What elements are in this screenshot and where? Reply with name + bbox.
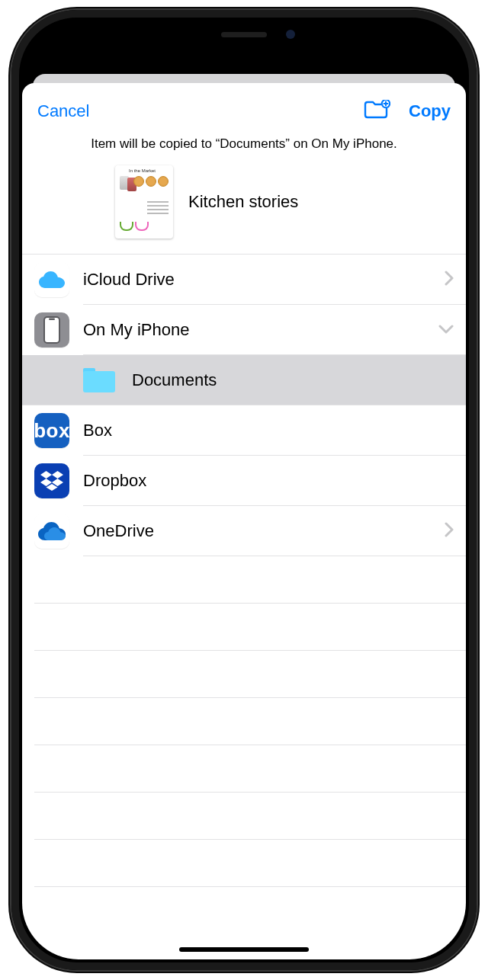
home-indicator[interactable] [179,947,309,952]
sheet-navbar: Cancel Copy [22,83,466,132]
empty-row [22,604,466,651]
iphone-icon [34,312,69,347]
icloud-icon [34,262,69,297]
onedrive-icon [34,514,69,549]
svg-rect-9 [44,317,59,343]
location-label: iCloud Drive [83,270,175,290]
device-frame: 9:41 Cancel [11,10,477,970]
chevron-right-icon [445,522,454,540]
destination-subtitle: Item will be copied to “Documents” on On… [22,132,466,159]
svg-rect-6 [439,40,441,44]
svg-rect-5 [421,39,437,46]
location-label: Dropbox [83,471,146,491]
item-thumbnail: In the Market [115,165,173,239]
svg-rect-0 [373,43,376,47]
status-time: 9:41 [47,34,77,51]
svg-rect-2 [382,39,385,47]
location-icloud-drive[interactable]: iCloud Drive [22,255,466,305]
dropbox-icon [34,463,69,498]
location-label: On My iPhone [83,320,189,340]
location-on-my-iphone[interactable]: On My iPhone [22,305,466,355]
svg-rect-10 [49,319,55,321]
location-onedrive[interactable]: OneDrive [22,506,466,556]
cellular-icon [373,37,390,47]
notch [149,21,339,48]
empty-row [22,651,466,698]
empty-row [22,745,466,793]
location-label: Documents [132,370,217,390]
location-label: Box [83,421,112,440]
copy-button[interactable]: Copy [409,101,451,121]
empty-row [22,556,466,604]
folder-icon [83,368,115,392]
wifi-icon [396,36,413,48]
battery-icon [419,37,441,47]
speaker-grille [221,32,267,37]
box-icon: box [34,413,69,448]
new-folder-button[interactable] [363,100,390,123]
front-camera [286,30,295,39]
svg-rect-1 [377,41,380,47]
empty-row [22,840,466,887]
svg-rect-3 [387,37,390,47]
empty-row [22,793,466,840]
chevron-down-icon [438,323,454,337]
location-dropbox[interactable]: Dropbox [22,456,466,506]
location-box[interactable]: box Box [22,405,466,456]
chevron-right-icon [445,271,454,289]
screen: 9:41 Cancel [22,21,466,959]
location-documents[interactable]: Documents [22,355,466,405]
location-label: OneDrive [83,521,154,541]
empty-row [22,698,466,745]
cancel-button[interactable]: Cancel [37,101,89,121]
save-to-files-sheet: Cancel Copy Item will be copied to “Docu… [22,83,466,959]
item-preview: In the Market Kitchen stories [22,159,466,254]
item-title: Kitchen stories [188,192,298,212]
locations-list: iCloud Drive On My iPhone [22,254,466,887]
